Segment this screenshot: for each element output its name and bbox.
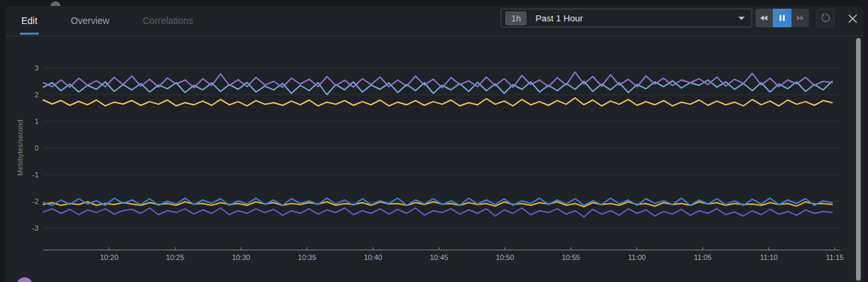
graph-edit-modal-screen: { "header": { "tabs": [ {"label": "Edit"… (0, 0, 868, 282)
y-tick-label: 3 (35, 64, 39, 72)
x-tick-label: 10:45 (430, 253, 449, 261)
y-tick-label: 1 (35, 117, 39, 125)
vertical-scrollbar-thumb[interactable] (856, 38, 861, 281)
x-tick-label: 10:25 (166, 253, 184, 261)
x-tick-label: 10:55 (562, 253, 580, 261)
y-tick-label: -3 (32, 224, 39, 232)
x-tick-label: 11:15 (826, 253, 844, 261)
y-tick-label: 0 (35, 144, 39, 152)
x-tick-label: 10:20 (100, 253, 118, 261)
y-tick-label: 2 (35, 91, 39, 99)
chart-plot-area[interactable] (43, 57, 840, 250)
x-tick-label: 11:00 (628, 253, 646, 261)
legend-item[interactable]: bytes sent by client (0, 274, 124, 282)
legend-marker-icon (17, 277, 33, 282)
page-edge (863, 0, 868, 282)
x-tick-label: 10:30 (232, 253, 250, 261)
x-tick-label: 11:10 (760, 253, 778, 261)
y-tick-label: -1 (32, 171, 39, 179)
x-tick-label: 11:05 (694, 253, 712, 261)
y-axis-unit-label: Mebibytes/second (17, 95, 25, 201)
x-tick-label: 10:40 (364, 253, 383, 261)
chart-svg: 3210-1-2-310:2010:2510:3010:3510:4010:45… (0, 0, 868, 282)
y-tick-label: -2 (32, 197, 39, 205)
x-tick-label: 10:50 (496, 253, 515, 261)
x-tick-label: 10:35 (298, 253, 317, 261)
